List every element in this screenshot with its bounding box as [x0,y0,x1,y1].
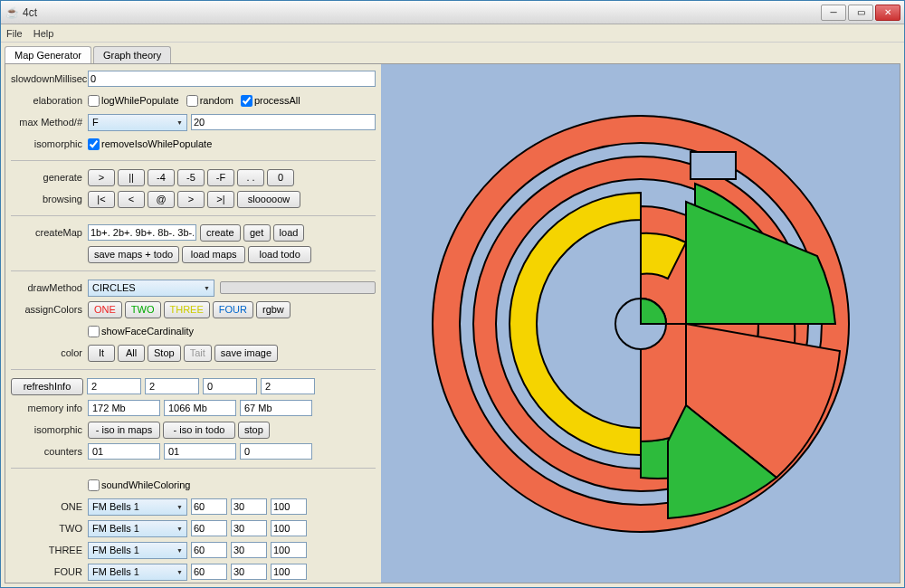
max-method-label: max Method/# [11,117,88,128]
load-todo-button[interactable]: load todo [248,246,311,263]
load-button[interactable]: load [273,224,305,242]
log-while-populate-check[interactable] [88,95,100,107]
info-v2: 2 [145,378,199,394]
color-label: color [11,347,88,358]
create-map-label: createMap [11,227,88,238]
settings-panel: slowdownMillisec elaboration logWhilePop… [5,64,381,583]
color-two-button[interactable]: TWO [125,301,161,318]
isomorphic-label: isomorphic [11,138,88,149]
rgbw-button[interactable]: rgbw [256,301,291,318]
sound-one-b[interactable] [231,498,267,515]
sound-two-b[interactable] [231,520,267,536]
mem-v1: 172 Mb [88,400,160,416]
info-v4: 2 [261,378,315,394]
info-v3: 0 [203,378,257,394]
slowdown-label: slowdownMillisec [11,73,88,84]
counter-v3: 0 [240,443,312,460]
sound-one-combo[interactable]: FM Bells 1 [88,498,187,516]
menubar: File Help [1,24,904,43]
get-button[interactable]: get [243,224,271,242]
maximize-button[interactable]: ▭ [848,5,873,21]
close-button[interactable]: ✕ [875,5,900,21]
gen-btn-pause[interactable]: || [118,169,145,186]
browse-next[interactable]: > [177,191,205,208]
assign-colors-label: assignColors [11,304,88,315]
browse-first[interactable]: |< [88,191,115,208]
sound-four-b[interactable] [231,564,267,580]
tabbar: Map Generator Graph theory [1,43,904,63]
remove-iso-check[interactable] [88,138,100,150]
color-one-button[interactable]: ONE [88,301,122,318]
sound-four-combo[interactable]: FM Bells 1 [88,564,187,581]
window-title: 4ct [23,6,821,19]
gen-btn-play[interactable]: > [88,169,115,186]
mem-v2: 1066 Mb [164,400,236,416]
random-check[interactable] [186,95,198,107]
sound-two-a[interactable] [191,520,227,536]
menu-file[interactable]: File [6,28,23,39]
color-four-button[interactable]: FOUR [213,301,253,318]
load-maps-button[interactable]: load maps [182,246,245,263]
browsing-label: browsing [11,194,88,204]
iso-stop-button[interactable]: stop [238,422,270,439]
java-icon: ☕ [5,5,19,20]
mem-v3: 67 Mb [240,400,312,416]
gen-btn-m4[interactable]: -4 [148,169,175,186]
sound-three-combo[interactable]: FM Bells 1 [88,542,187,559]
sound-three-a[interactable] [191,542,227,558]
sound-four-a[interactable] [191,564,227,580]
create-map-input[interactable] [88,224,196,241]
browse-prev[interactable]: < [118,191,145,208]
color-it-button[interactable]: It [88,345,115,362]
save-maps-button[interactable]: save maps + todo [88,246,179,263]
map-drawing [414,98,867,550]
elaboration-label: elaboration [11,95,88,106]
iso-in-maps-button[interactable]: - iso in maps [88,422,160,439]
titlebar: ☕ 4ct ─ ▭ ✕ [1,1,904,24]
generate-label: generate [11,172,88,183]
color-three-button[interactable]: THREE [164,301,210,318]
save-image-button[interactable]: save image [214,345,278,362]
counters-label: counters [11,446,88,457]
counter-v1: 01 [88,443,160,460]
show-face-cardinality-check[interactable] [88,326,100,337]
tab-graph-theory[interactable]: Graph theory [93,46,171,63]
map-canvas [381,64,900,583]
slowdown-input[interactable] [88,71,376,87]
max-method-combo[interactable]: F [88,114,187,131]
sound-four-c[interactable] [271,564,307,580]
isomorphic2-label: isomorphic [11,424,88,435]
browse-at[interactable]: @ [148,191,175,208]
counter-v2: 01 [164,443,236,460]
sound-two-c[interactable] [271,520,307,536]
color-stop-button[interactable]: Stop [148,345,181,362]
sound-two-combo[interactable]: FM Bells 1 [88,520,187,537]
create-button[interactable]: create [200,224,241,242]
menu-help[interactable]: Help [33,28,54,39]
color-all-button[interactable]: All [118,345,145,362]
gen-btn-0[interactable]: 0 [267,169,294,186]
memory-info-label: memory info [11,403,88,413]
gen-btn-mf[interactable]: -F [207,169,234,186]
info-v1: 2 [87,378,141,394]
sound-one-c[interactable] [271,498,307,515]
draw-method-slider[interactable] [220,281,376,294]
sound-three-c[interactable] [271,542,307,558]
gen-btn-m5[interactable]: -5 [177,169,205,186]
process-all-check[interactable] [241,95,252,107]
tab-map-generator[interactable]: Map Generator [5,46,91,63]
iso-in-todo-button[interactable]: - iso in todo [163,422,235,439]
browse-last[interactable]: >| [207,191,234,208]
sound-one-a[interactable] [191,498,227,515]
refresh-info-button[interactable]: refreshInfo [11,378,83,395]
draw-method-combo[interactable]: CIRCLES [88,280,214,297]
max-method-num[interactable] [191,114,376,130]
minimize-button[interactable]: ─ [821,5,846,21]
sound-while-coloring-check[interactable] [88,479,100,491]
svg-rect-4 [691,152,736,179]
tait-button: Tait [184,345,212,362]
gen-btn-dots[interactable]: . . [237,169,264,186]
draw-method-label: drawMethod [11,282,88,293]
browse-slow[interactable]: slooooow [237,191,300,208]
sound-three-b[interactable] [231,542,267,558]
